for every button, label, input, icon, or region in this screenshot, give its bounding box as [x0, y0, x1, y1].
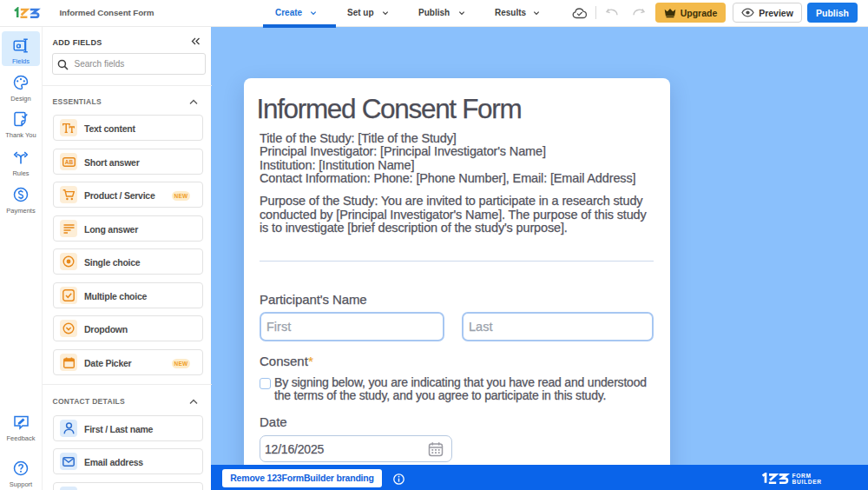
svg-text:AB: AB: [64, 159, 73, 165]
svg-text:BUILDER: BUILDER: [792, 479, 822, 484]
